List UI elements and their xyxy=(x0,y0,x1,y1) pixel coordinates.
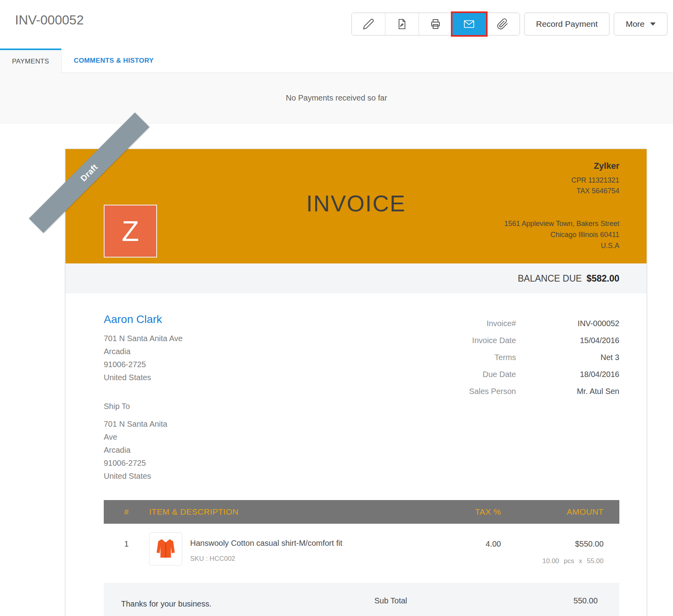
item-text: Hanswooly Cotton casual shirt-M/comfort … xyxy=(190,532,342,566)
no-payments-message: No Payments received so far xyxy=(286,93,387,103)
table-header-row: # ITEM & DESCRIPTION TAX % AMOUNT xyxy=(104,500,619,524)
tab-bar: PAYMENTS COMMENTS & HISTORY xyxy=(0,49,673,73)
meta-value: INV-000052 xyxy=(516,315,619,332)
item-quantity-detail: 10.00 pcs x 55.00 xyxy=(501,557,604,565)
total-row-subtotal: Sub Total 550.00 xyxy=(374,596,598,605)
item-thumbnail xyxy=(149,532,182,566)
print-button[interactable] xyxy=(419,13,452,35)
ship-address-line: United States xyxy=(104,470,183,483)
caret-down-icon xyxy=(650,22,656,26)
ship-address-line: Arcadia xyxy=(104,444,183,457)
invoice-footer-band: Thanks for your business. Sub Total 550.… xyxy=(104,583,619,616)
column-header-item: ITEM & DESCRIPTION xyxy=(149,507,454,517)
company-reg-tax: TAX 5646754 xyxy=(504,186,619,196)
more-button[interactable]: More xyxy=(614,13,667,35)
meta-row-terms: Terms Net 3 xyxy=(383,349,619,366)
ship-to-block: Ship To 701 N Santa Anita Ave Arcadia 91… xyxy=(104,400,183,483)
meta-label: Sales Person xyxy=(383,383,516,400)
invoice-meta-block: Invoice# INV-000052 Invoice Date 15/04/2… xyxy=(383,315,619,483)
more-label: More xyxy=(626,19,645,29)
ship-address-line: 701 N Santa Anita xyxy=(104,418,183,431)
meta-label: Due Date xyxy=(383,366,516,383)
column-header-amount: AMOUNT xyxy=(501,507,619,517)
invoice-number-title: INV-000052 xyxy=(15,13,84,28)
item-number: 1 xyxy=(104,532,149,566)
envelope-icon xyxy=(463,18,475,30)
payments-panel: No Payments received so far xyxy=(0,73,673,123)
send-email-button[interactable] xyxy=(452,13,486,35)
thanks-note: Thanks for your business. xyxy=(121,599,211,616)
tab-payments[interactable]: PAYMENTS xyxy=(0,49,62,73)
totals-block: Sub Total 550.00 Sales Tax (4%) 22.00 xyxy=(374,596,598,616)
invoice-header-band: Draft Z INVOICE Zylker CPR 11321321 TAX … xyxy=(65,149,647,263)
export-pdf-button[interactable] xyxy=(385,13,419,35)
balance-due-label: BALANCE DUE xyxy=(518,273,582,284)
printer-icon xyxy=(430,18,441,30)
tab-payments-label: PAYMENTS xyxy=(12,58,49,65)
bill-to-block: Aaron Clark 701 N Santa Anita Ave Arcadi… xyxy=(104,313,183,384)
line-items-table: # ITEM & DESCRIPTION TAX % AMOUNT 1 xyxy=(104,500,619,566)
invoice-preview: Draft Z INVOICE Zylker CPR 11321321 TAX … xyxy=(65,149,647,616)
total-value: 550.00 xyxy=(574,596,598,605)
invoice-detail-page: INV-000052 xyxy=(0,0,673,616)
bill-address-line: 701 N Santa Anita Ave xyxy=(104,332,183,345)
bill-address-line: 91006-2725 xyxy=(104,358,183,371)
total-label: Sub Total xyxy=(374,596,574,605)
addresses-column: Aaron Clark 701 N Santa Anita Ave Arcadi… xyxy=(104,293,183,483)
record-payment-button[interactable]: Record Payment xyxy=(524,13,609,35)
meta-row-due-date: Due Date 18/04/2016 xyxy=(383,366,619,383)
item-name: Hanswooly Cotton casual shirt-M/comfort … xyxy=(190,539,342,548)
meta-value: 18/04/2016 xyxy=(516,366,619,383)
table-row: 1 Hanswooly Cotton casual shirt-M/ xyxy=(104,524,619,566)
company-name: Zylker xyxy=(504,161,619,171)
toolbar-icon-group xyxy=(351,13,520,35)
ship-to-label: Ship To xyxy=(104,400,183,413)
item-cell: Hanswooly Cotton casual shirt-M/comfort … xyxy=(149,532,454,566)
meta-row-invoice-number: Invoice# INV-000052 xyxy=(383,315,619,332)
edit-button[interactable] xyxy=(352,13,385,35)
item-tax-percent: 4.00 xyxy=(454,532,501,566)
tab-comments-history-label: COMMENTS & HISTORY xyxy=(74,57,154,65)
meta-label: Invoice# xyxy=(383,315,516,332)
shirt-image-icon xyxy=(153,536,178,562)
ship-address-line: Ave xyxy=(104,431,183,444)
company-address-line: U.S.A xyxy=(504,240,619,251)
company-address: 1561 Appleview Town, Bakers Street Chica… xyxy=(504,218,619,251)
company-address-line: 1561 Appleview Town, Bakers Street xyxy=(504,218,619,229)
meta-label: Terms xyxy=(383,349,516,366)
pencil-icon xyxy=(363,18,374,30)
item-sku: SKU : HCC002 xyxy=(190,555,342,563)
company-info: Zylker CPR 11321321 TAX 5646754 1561 App… xyxy=(504,161,619,251)
bill-address-line: Arcadia xyxy=(104,345,183,358)
company-reg-cpr: CPR 11321321 xyxy=(504,175,619,186)
customer-name-link[interactable]: Aaron Clark xyxy=(104,313,183,326)
draft-ribbon-label: Draft xyxy=(79,162,99,183)
paperclip-icon xyxy=(497,18,508,30)
company-address-line: Chicago Illinois 60411 xyxy=(504,229,619,240)
meta-row-invoice-date: Invoice Date 15/04/2016 xyxy=(383,332,619,349)
pdf-icon xyxy=(396,18,408,30)
meta-label: Invoice Date xyxy=(383,332,516,349)
meta-value: Mr. Atul Sen xyxy=(516,383,619,400)
toolbar: Record Payment More xyxy=(351,13,667,35)
balance-due-band: BALANCE DUE $582.00 xyxy=(65,263,647,293)
company-logo-letter: Z xyxy=(122,217,139,245)
meta-value: 15/04/2016 xyxy=(516,332,619,349)
record-payment-label: Record Payment xyxy=(536,19,598,29)
meta-row-sales-person: Sales Person Mr. Atul Sen xyxy=(383,383,619,400)
item-amount-cell: $550.00 10.00 pcs x 55.00 xyxy=(501,532,619,566)
attach-file-button[interactable] xyxy=(486,13,520,35)
column-header-number: # xyxy=(104,507,149,517)
ship-address-line: 91006-2725 xyxy=(104,457,183,470)
column-header-tax: TAX % xyxy=(454,507,501,517)
balance-due-amount: $582.00 xyxy=(587,273,619,284)
bill-address-line: United States xyxy=(104,371,183,384)
item-amount: $550.00 xyxy=(501,539,604,549)
meta-value: Net 3 xyxy=(516,349,619,366)
invoice-body: Aaron Clark 701 N Santa Anita Ave Arcadi… xyxy=(65,293,647,616)
tab-comments-history[interactable]: COMMENTS & HISTORY xyxy=(74,49,154,73)
